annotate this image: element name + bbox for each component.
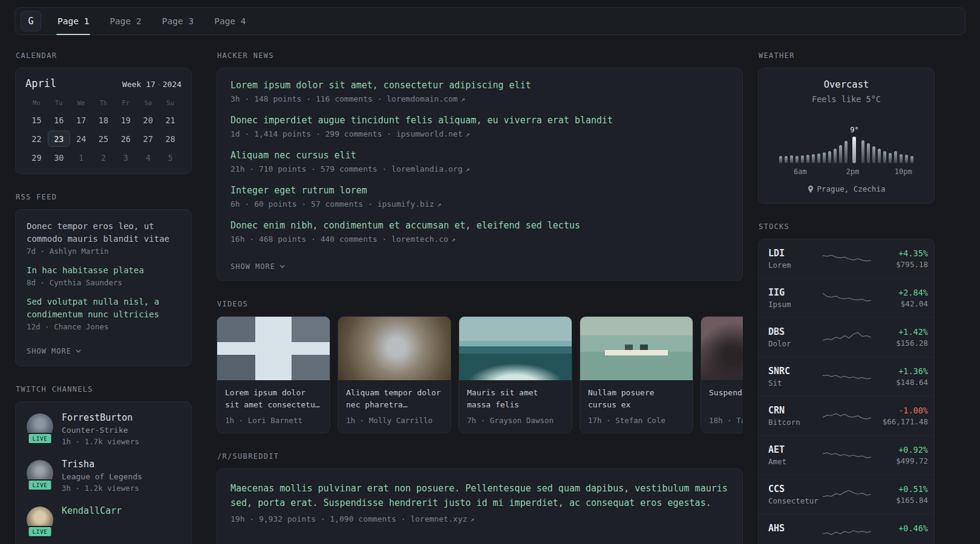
chevron-down-icon — [279, 265, 285, 268]
twitch-channel-name: ForrestBurton — [62, 412, 139, 423]
stock-row[interactable]: IIG Ipsum +2.84% $42.04 — [759, 278, 934, 317]
stock-sparkline — [822, 250, 872, 268]
weather-hour — [839, 134, 842, 163]
hn-show-more-button[interactable]: SHOW MORE — [230, 262, 285, 271]
video-card[interactable]: Lorem ipsum dolor sit amet consectetu… 1… — [217, 316, 330, 433]
video-card[interactable]: Nullam posuere cursus ex 17h · Stefan Co… — [580, 316, 693, 433]
location-pin-icon — [808, 186, 814, 193]
stock-id: CRN Bitcorn — [768, 405, 822, 427]
hn-item: Donec imperdiet augue tincidunt felis al… — [230, 115, 729, 138]
weather-hour — [867, 132, 870, 163]
stock-sparkline — [822, 289, 872, 307]
stock-price: $795.18 — [872, 260, 928, 269]
subreddit-widget: /R/SUBREDDIT Maecenas mollis pulvinar er… — [217, 452, 743, 544]
hn-item-domain-link[interactable]: ipsumworld.net — [396, 129, 463, 138]
weather-card: Overcast Feels like 5°C — [758, 68, 935, 204]
calendar-cell: 18 — [93, 112, 115, 128]
video-thumbnail[interactable] — [459, 317, 572, 380]
weather-hour — [806, 144, 809, 163]
stock-row[interactable]: CCS Consectetur +0.51% $165.84 — [759, 474, 934, 514]
twitch-channel-info: Trisha League of Legends 3h · 1.2k viewe… — [62, 459, 142, 493]
stock-name: Ipsum — [768, 300, 822, 309]
video-card[interactable]: Aliquam tempor dolor nec pharetra… 1h · … — [338, 316, 451, 433]
video-meta: 1h · Lori Barnett — [225, 416, 322, 425]
content-columns: CALENDAR April Week 17·2024 Mo Tu We — [15, 51, 980, 544]
stock-row[interactable]: SNRC Sit +1.36% $148.64 — [759, 357, 934, 396]
twitch-channel-row[interactable]: LIVE Trisha League of Legends 3h · 1.2k … — [27, 459, 180, 493]
video-card[interactable]: Mauris sit amet massa felis 7h · Grayson… — [459, 316, 572, 433]
calendar-day-header: Th — [93, 99, 115, 106]
twitch-channel-row[interactable]: LIVE ForrestBurton Counter-Strike 1h · 1… — [27, 412, 180, 446]
rss-item-title[interactable]: In hac habitasse platea — [27, 264, 180, 277]
hn-item-title[interactable]: Aliquam nec cursus elit — [230, 150, 729, 161]
stock-change: -1.00% — [872, 406, 928, 415]
stock-values: +0.46% — [872, 523, 928, 544]
calendar-header: April Week 17·2024 — [25, 77, 181, 89]
hn-item-domain-link[interactable]: ipsumify.biz — [377, 199, 434, 209]
subreddit-domain-link[interactable]: loremnet.xyz — [410, 514, 467, 523]
weather-hour — [861, 129, 864, 163]
external-link-icon: ↗ — [461, 95, 465, 103]
stock-price: $165.84 — [872, 496, 928, 505]
hn-item-domain-link[interactable]: loremlandia.org — [391, 164, 462, 173]
stock-id: CCS Consectetur — [768, 484, 822, 505]
rss-item-meta: 8d · Cynthia Saunders — [27, 278, 180, 287]
page-tab[interactable]: Page 4 — [204, 8, 256, 34]
stock-price: $499.72 — [872, 456, 928, 465]
stock-row[interactable]: DBS Dolor +1.42% $156.28 — [759, 317, 934, 357]
weather-time-label: 10pm — [895, 167, 912, 176]
weather-hour — [828, 140, 831, 163]
video-thumbnail[interactable] — [217, 317, 330, 380]
rss-item-title[interactable]: Donec tempor eros leo, ut commodo mauris… — [27, 220, 180, 245]
rss-show-more-label: SHOW MORE — [27, 347, 71, 355]
twitch-avatar-wrap: LIVE — [27, 413, 53, 440]
external-link-icon: ↗ — [470, 515, 474, 523]
hn-item-title[interactable]: Lorem ipsum dolor sit amet, consectetur … — [230, 80, 729, 91]
video-thumbnail[interactable] — [701, 317, 743, 380]
video-meta: 18h · Tara — [709, 416, 743, 425]
stock-sparkline — [822, 525, 872, 543]
stock-id: AHS — [768, 523, 822, 544]
hn-item-domain-link[interactable]: loremdomain.com — [387, 94, 457, 103]
subreddit-post-stats: 19h · 9,932 points · 1,090 comments · — [230, 514, 410, 523]
stock-row[interactable]: AET Amet +0.92% $499.72 — [759, 435, 934, 474]
twitch-channel-row[interactable]: LIVE KendallCarr — [27, 505, 180, 533]
stock-name: Consectetur — [768, 496, 822, 505]
video-meta: 7h · Grayson Dawson — [467, 416, 564, 425]
hn-item: Lorem ipsum dolor sit amet, consectetur … — [230, 80, 729, 103]
calendar-cell: 1 — [70, 149, 93, 166]
video-thumbnail[interactable] — [580, 317, 693, 380]
calendar-month: April — [25, 77, 56, 89]
weather-hour — [817, 143, 820, 163]
subreddit-post-title[interactable]: Maecenas mollis pulvinar erat non posuer… — [230, 481, 729, 510]
calendar-cell: 30 — [48, 149, 70, 166]
video-thumbnail[interactable] — [338, 317, 451, 380]
page-tab[interactable]: Page 2 — [99, 8, 151, 34]
rss-item-title[interactable]: Sed volutpat nulla nisl, a condimentum n… — [27, 296, 180, 321]
hn-item-domain-link[interactable]: loremtech.co — [391, 235, 448, 244]
hn-item-title[interactable]: Donec imperdiet augue tincidunt felis al… — [230, 115, 729, 126]
subreddit-card: Maecenas mollis pulvinar erat non posuer… — [217, 468, 743, 544]
hackernews-card: Lorem ipsum dolor sit amet, consectetur … — [217, 68, 743, 281]
stock-name — [768, 536, 822, 544]
stock-row[interactable]: AHS +0.46% — [759, 514, 934, 544]
weather-time-label: 6am — [794, 167, 807, 176]
weather-hour: 9° — [850, 126, 858, 163]
hn-show-more-label: SHOW MORE — [230, 262, 275, 271]
video-card[interactable]: Suspendisse diam 18h · Tara — [701, 316, 743, 433]
weather-bar — [795, 156, 799, 163]
stock-row[interactable]: LDI Lorem +4.35% $795.18 — [759, 239, 934, 278]
stock-row[interactable]: CRN Bitcorn -1.00% $66,171.48 — [759, 396, 934, 435]
video-title: Aliquam tempor dolor nec pharetra… — [346, 387, 443, 411]
hn-item-title[interactable]: Integer eget rutrum lorem — [230, 185, 729, 196]
dashboard: G Page 1 Page 2 Page 3 Page 4 CALENDAR A… — [0, 7, 980, 544]
rss-show-more-button[interactable]: SHOW MORE — [27, 347, 81, 355]
videos-widget: VIDEOS Lorem ipsum dolor sit amet consec… — [217, 300, 743, 433]
calendar-cell: 16 — [48, 112, 70, 128]
page-tab[interactable]: Page 3 — [152, 8, 204, 34]
stock-price: $156.28 — [872, 338, 928, 348]
hn-item-title[interactable]: Donec enim nibh, condimentum et accumsan… — [230, 220, 729, 232]
weather-bar — [878, 149, 881, 163]
page-tab[interactable]: Page 1 — [47, 8, 99, 34]
app-logo[interactable]: G — [21, 11, 41, 31]
